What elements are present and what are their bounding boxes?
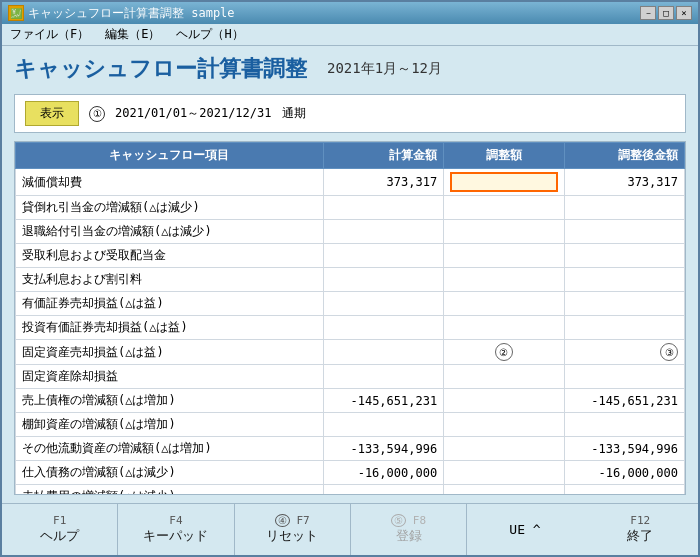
f8-key: ⑤ F8 bbox=[391, 514, 426, 527]
page-header: キャッシュフロー計算書調整 2021年1月～12月 bbox=[14, 54, 686, 84]
f1-label: ヘルプ bbox=[40, 527, 79, 545]
menu-help[interactable]: ヘルプ（H） bbox=[176, 26, 243, 43]
f12-label: 終了 bbox=[627, 527, 653, 545]
header-adj: 調整額 bbox=[444, 143, 564, 169]
row-name: 仕入債務の増減額(△は減少) bbox=[16, 461, 324, 485]
main-window: 💹 キャッシュフロー計算書調整 sample － □ × ファイル（F） 編集（… bbox=[0, 0, 700, 557]
menu-bar: ファイル（F） 編集（E） ヘルプ（H） bbox=[2, 24, 698, 46]
footer-f4[interactable]: F4 キーパッド bbox=[118, 504, 234, 555]
table-row: 貸倒れ引当金の増減額(△は減少) bbox=[16, 196, 685, 220]
footer-f8[interactable]: ⑤ F8 登録 bbox=[351, 504, 467, 555]
row-calc bbox=[323, 485, 443, 496]
row-name: 未払費用の増減額(△は減少) bbox=[16, 485, 324, 496]
row-name: 受取利息および受取配当金 bbox=[16, 244, 324, 268]
table-row: 仕入債務の増減額(△は減少)-16,000,000-16,000,000 bbox=[16, 461, 685, 485]
row-calc bbox=[323, 316, 443, 340]
filter-bar: 表示 ① 2021/01/01～2021/12/31 通期 bbox=[14, 94, 686, 133]
row-adj bbox=[444, 220, 564, 244]
row-name: 支払利息および割引料 bbox=[16, 268, 324, 292]
row-name: 投資有価証券売却損益(△は益) bbox=[16, 316, 324, 340]
page-period: 2021年1月～12月 bbox=[327, 60, 442, 78]
row-adj bbox=[444, 389, 564, 413]
row-after: 373,317 bbox=[564, 169, 684, 196]
ue-label: UE ^ bbox=[509, 522, 540, 537]
table-row: 減価償却費373,317373,317 bbox=[16, 169, 685, 196]
window-title: キャッシュフロー計算書調整 sample bbox=[28, 5, 235, 22]
main-table-container[interactable]: キャッシュフロー項目 計算金額 調整額 調整後金額 減価償却費373,31737… bbox=[14, 141, 686, 495]
row-after bbox=[564, 413, 684, 437]
cashflow-table: キャッシュフロー項目 計算金額 調整額 調整後金額 減価償却費373,31737… bbox=[15, 142, 685, 495]
adj-input-field[interactable] bbox=[450, 172, 557, 192]
ue-area: UE ^ bbox=[467, 504, 582, 555]
row-adj bbox=[444, 413, 564, 437]
row-name: 固定資産売却損益(△は益) bbox=[16, 340, 324, 365]
row-name: 減価償却費 bbox=[16, 169, 324, 196]
title-bar: 💹 キャッシュフロー計算書調整 sample － □ × bbox=[2, 2, 698, 24]
page-title: キャッシュフロー計算書調整 bbox=[14, 54, 307, 84]
header-name: キャッシュフロー項目 bbox=[16, 143, 324, 169]
menu-edit[interactable]: 編集（E） bbox=[105, 26, 160, 43]
table-row: 支払利息および割引料 bbox=[16, 268, 685, 292]
table-row: 受取利息および受取配当金 bbox=[16, 244, 685, 268]
f1-key: F1 bbox=[53, 514, 66, 527]
row-calc bbox=[323, 365, 443, 389]
table-row: 固定資産除却損益 bbox=[16, 365, 685, 389]
circle-1: ① bbox=[89, 106, 105, 122]
row-after bbox=[564, 196, 684, 220]
row-adj bbox=[444, 244, 564, 268]
row-adj bbox=[444, 292, 564, 316]
footer-f1[interactable]: F1 ヘルプ bbox=[2, 504, 118, 555]
row-adj bbox=[444, 196, 564, 220]
footer-f12[interactable]: F12 終了 bbox=[583, 504, 698, 555]
row-calc bbox=[323, 268, 443, 292]
filter-period: 通期 bbox=[282, 105, 306, 122]
row-calc bbox=[323, 292, 443, 316]
table-row: 固定資産売却損益(△は益)②③ bbox=[16, 340, 685, 365]
f4-label: キーパッド bbox=[143, 527, 208, 545]
table-row: 未払費用の増減額(△は減少) bbox=[16, 485, 685, 496]
f7-label: リセット bbox=[266, 527, 318, 545]
row-name: 退職給付引当金の増減額(△は減少) bbox=[16, 220, 324, 244]
row-name: 売上債権の増減額(△は増加) bbox=[16, 389, 324, 413]
row-adj[interactable] bbox=[444, 169, 564, 196]
row-adj bbox=[444, 316, 564, 340]
row-adj bbox=[444, 461, 564, 485]
minimize-button[interactable]: － bbox=[640, 6, 656, 20]
row-calc: -145,651,231 bbox=[323, 389, 443, 413]
row-calc bbox=[323, 244, 443, 268]
row-calc bbox=[323, 220, 443, 244]
row-name: 固定資産除却損益 bbox=[16, 365, 324, 389]
row-after: -16,000,000 bbox=[564, 461, 684, 485]
row-after bbox=[564, 316, 684, 340]
close-button[interactable]: × bbox=[676, 6, 692, 20]
menu-file[interactable]: ファイル（F） bbox=[10, 26, 89, 43]
row-adj: ② bbox=[444, 340, 564, 365]
row-after: -133,594,996 bbox=[564, 437, 684, 461]
row-after bbox=[564, 244, 684, 268]
row-name: その他流動資産の増減額(△は増加) bbox=[16, 437, 324, 461]
row-calc: -16,000,000 bbox=[323, 461, 443, 485]
window-controls: － □ × bbox=[640, 6, 692, 20]
display-button[interactable]: 表示 bbox=[25, 101, 79, 126]
row-name: 棚卸資産の増減額(△は増加) bbox=[16, 413, 324, 437]
f7-key: ④ F7 bbox=[275, 514, 310, 527]
row-calc bbox=[323, 196, 443, 220]
row-after bbox=[564, 485, 684, 496]
footer: F1 ヘルプ F4 キーパッド ④ F7 リセット ⑤ F8 登録 UE ^ F… bbox=[2, 503, 698, 555]
app-icon: 💹 bbox=[8, 5, 24, 21]
f8-label: 登録 bbox=[396, 527, 422, 545]
row-name: 貸倒れ引当金の増減額(△は減少) bbox=[16, 196, 324, 220]
table-row: 退職給付引当金の増減額(△は減少) bbox=[16, 220, 685, 244]
row-adj bbox=[444, 268, 564, 292]
filter-date: 2021/01/01～2021/12/31 bbox=[115, 105, 272, 122]
table-row: 投資有価証券売却損益(△は益) bbox=[16, 316, 685, 340]
row-calc: -133,594,996 bbox=[323, 437, 443, 461]
row-after bbox=[564, 292, 684, 316]
f4-key: F4 bbox=[169, 514, 182, 527]
footer-f7[interactable]: ④ F7 リセット bbox=[235, 504, 351, 555]
table-row: その他流動資産の増減額(△は増加)-133,594,996-133,594,99… bbox=[16, 437, 685, 461]
table-row: 棚卸資産の増減額(△は増加) bbox=[16, 413, 685, 437]
f12-key: F12 bbox=[630, 514, 650, 527]
row-calc bbox=[323, 413, 443, 437]
maximize-button[interactable]: □ bbox=[658, 6, 674, 20]
